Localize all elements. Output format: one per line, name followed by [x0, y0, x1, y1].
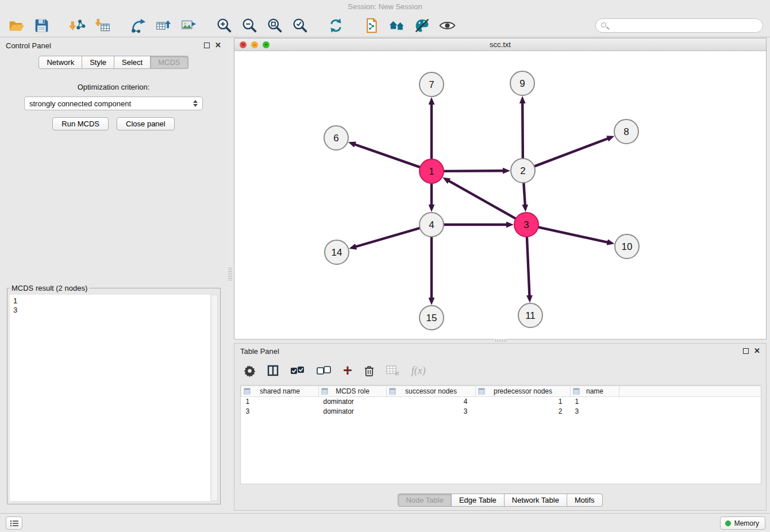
select-all-columns-button[interactable]	[290, 365, 305, 376]
zoom-out-button[interactable]	[240, 16, 259, 34]
edge-2-to-9[interactable]	[522, 103, 523, 159]
close-window-button[interactable]	[240, 41, 247, 48]
tab-motifs[interactable]: Motifs	[567, 494, 603, 507]
clone-network-button[interactable]	[362, 16, 380, 34]
save-session-button[interactable]	[32, 16, 51, 34]
table-cell[interactable]: 1	[241, 397, 319, 407]
tab-node-table[interactable]: Node Table	[398, 494, 452, 507]
tab-select[interactable]: Select	[114, 56, 151, 69]
edge-3-to-11[interactable]	[527, 237, 530, 296]
table-cell[interactable]: 4	[387, 397, 476, 407]
graph-node-1[interactable]: 1	[419, 159, 444, 183]
column-header-predecessor-nodes[interactable]: predecessor nodes	[476, 386, 571, 397]
close-panel-icon[interactable]	[215, 43, 221, 48]
show-graphics-details-button[interactable]	[438, 16, 456, 34]
delete-column-button[interactable]	[364, 365, 375, 377]
graph-node-label: 10	[622, 241, 633, 252]
edge-1-to-6[interactable]	[355, 144, 420, 167]
column-header-name[interactable]: name	[571, 386, 619, 397]
table-cell[interactable]: 3	[571, 407, 619, 417]
column-header-successor-nodes[interactable]: successor nodes	[387, 386, 476, 397]
show-columns-button[interactable]	[267, 365, 279, 376]
tab-style[interactable]: Style	[82, 56, 114, 69]
graph-node-11[interactable]: 11	[518, 303, 542, 327]
table-row[interactable]: 3dominator323	[241, 407, 761, 417]
edge-3-to-10[interactable]	[538, 227, 608, 242]
network-window-titlebar[interactable]: scc.txt	[234, 38, 766, 51]
export-table-button[interactable]	[154, 16, 172, 34]
import-network-button[interactable]	[68, 16, 86, 34]
tab-network[interactable]: Network	[38, 56, 82, 69]
float-table-panel-icon[interactable]	[743, 348, 749, 354]
table-header-row: shared name MCDS role successor nodes	[241, 386, 761, 397]
graph-node-6[interactable]: 6	[324, 126, 348, 150]
table-cell[interactable]: 3	[387, 407, 476, 417]
network-canvas[interactable]: 7968124314101511	[234, 51, 766, 339]
tab-edge-table[interactable]: Edge Table	[452, 494, 505, 507]
column-header-mcds-role[interactable]: MCDS role	[319, 386, 387, 397]
export-image-icon	[180, 17, 197, 34]
import-table-button[interactable]	[93, 16, 111, 34]
optimization-criterion-select[interactable]: strongly connected component	[24, 97, 203, 110]
dropdown-stepper-icon	[193, 100, 198, 107]
edge-3-to-1[interactable]	[449, 181, 516, 219]
run-mcds-button[interactable]: Run MCDS	[52, 117, 109, 130]
close-panel-button[interactable]: Close panel	[117, 117, 175, 130]
memory-button[interactable]: Memory	[720, 516, 765, 530]
graph-node-4[interactable]: 4	[419, 213, 444, 237]
split-resize-handle[interactable]	[494, 339, 507, 342]
column-header-shared-name[interactable]: shared name	[241, 386, 319, 397]
zoom-fit-button[interactable]	[265, 16, 284, 34]
search-icon	[601, 22, 606, 28]
table-panel-header: Table Panel	[234, 344, 766, 358]
table-panel-title: Table Panel	[240, 347, 279, 356]
export-network-button[interactable]	[129, 16, 147, 34]
task-history-button[interactable]	[6, 516, 22, 530]
table-cell[interactable]: 2	[476, 407, 571, 417]
table-cell[interactable]: dominator	[319, 397, 387, 407]
graph-node-10[interactable]: 10	[615, 234, 639, 259]
open-file-button[interactable]	[7, 16, 25, 34]
float-panel-icon[interactable]	[204, 43, 210, 48]
edge-2-to-8[interactable]	[534, 138, 609, 167]
refresh-layout-button[interactable]	[326, 16, 345, 34]
import-table-icon	[94, 17, 111, 34]
panel-resize-handle[interactable]	[228, 267, 232, 282]
graph-node-15[interactable]: 15	[419, 306, 444, 330]
zoom-selected-button[interactable]	[291, 16, 309, 34]
minimize-window-button[interactable]	[251, 41, 258, 48]
graph-node-14[interactable]: 14	[325, 240, 349, 264]
graph-node-9[interactable]: 9	[510, 71, 534, 95]
mcds-result-box: MCDS result (2 nodes) 13	[7, 284, 221, 504]
network-window-title: scc.txt	[490, 40, 511, 49]
unselect-all-columns-button[interactable]	[317, 365, 332, 376]
network-document-icon	[363, 17, 380, 34]
table-cell[interactable]: 3	[241, 407, 319, 417]
tab-mcds[interactable]: MCDS	[151, 56, 188, 69]
graph-node-7[interactable]: 7	[419, 72, 444, 97]
graph-node-8[interactable]: 8	[614, 119, 638, 144]
search-input[interactable]	[595, 18, 763, 33]
zoom-window-button[interactable]	[263, 41, 270, 48]
graph-node-3[interactable]: 3	[514, 213, 538, 237]
table-cell[interactable]: dominator	[319, 407, 387, 417]
tab-network-table[interactable]: Network Table	[505, 494, 567, 507]
zoom-in-button[interactable]	[215, 16, 233, 34]
graph-node-2[interactable]: 2	[511, 159, 535, 183]
visual-styles-button[interactable]	[413, 16, 431, 34]
column-header-filler	[619, 386, 761, 397]
edge-1-to-2[interactable]	[444, 171, 503, 171]
go-home-button[interactable]	[387, 16, 406, 34]
edge-2-to-3[interactable]	[523, 183, 525, 205]
add-column-button[interactable]	[343, 365, 352, 376]
result-scrollbar[interactable]	[211, 295, 218, 501]
table-cell[interactable]: 1	[571, 397, 619, 407]
edge-4-to-14[interactable]	[356, 228, 420, 247]
window-controls	[240, 41, 270, 48]
table-cell[interactable]: 1	[476, 397, 571, 407]
export-image-button[interactable]	[179, 16, 198, 34]
table-settings-button[interactable]	[244, 365, 256, 377]
mcds-result-list: 13	[10, 295, 210, 501]
close-table-panel-icon[interactable]	[754, 348, 760, 354]
table-row[interactable]: 1dominator411	[241, 397, 761, 407]
